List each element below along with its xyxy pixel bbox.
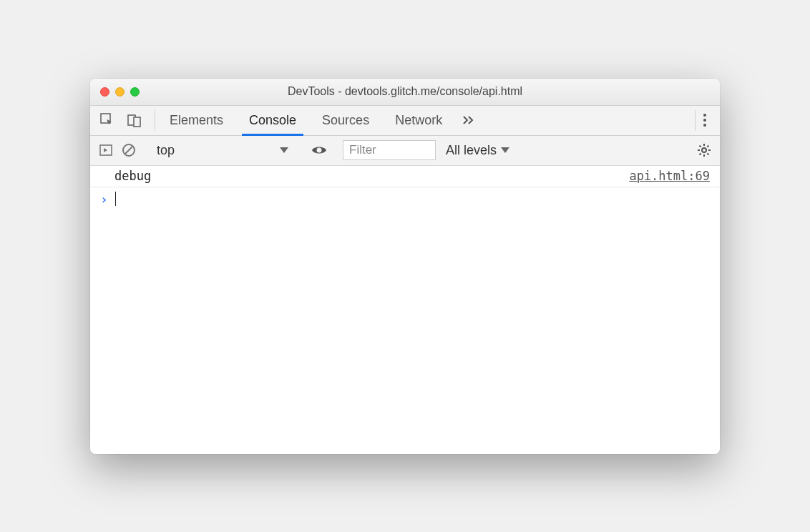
svg-point-10 [702, 148, 706, 152]
svg-rect-2 [134, 117, 140, 127]
svg-point-3 [703, 114, 706, 117]
levels-label: All levels [446, 143, 497, 158]
more-tabs-button[interactable] [455, 106, 482, 135]
chevron-down-icon [501, 147, 509, 153]
console-toolbar: top All levels [90, 136, 720, 166]
svg-line-15 [700, 146, 701, 147]
tab-console[interactable]: Console [236, 106, 309, 135]
svg-line-16 [707, 153, 708, 154]
tab-elements[interactable]: Elements [157, 106, 236, 135]
svg-line-18 [707, 146, 708, 147]
titlebar: DevTools - devtools.glitch.me/console/ap… [90, 79, 720, 106]
window-title: DevTools - devtools.glitch.me/console/ap… [90, 85, 720, 98]
tabs: Elements Console Sources Network [157, 106, 482, 135]
divider [155, 110, 155, 131]
clear-console-icon[interactable] [120, 142, 137, 159]
divider [695, 110, 696, 131]
log-levels-select[interactable]: All levels [441, 143, 514, 158]
prompt-chevron-icon: › [100, 192, 108, 207]
toggle-drawer-icon[interactable] [97, 142, 114, 159]
devtools-tabbar: Elements Console Sources Network [90, 106, 720, 136]
live-expression-icon[interactable] [311, 142, 328, 159]
zoom-window-button[interactable] [130, 87, 140, 97]
tab-sources[interactable]: Sources [309, 106, 382, 135]
execution-context-select[interactable]: top [152, 143, 296, 158]
inspect-element-icon[interactable] [97, 110, 117, 130]
device-toolbar-icon[interactable] [125, 110, 145, 130]
filter-input[interactable] [343, 140, 436, 160]
svg-point-5 [703, 124, 706, 127]
close-window-button[interactable] [100, 87, 109, 97]
svg-point-9 [317, 148, 322, 153]
svg-line-17 [700, 153, 701, 154]
minimize-window-button[interactable] [115, 87, 125, 97]
more-options-button[interactable] [697, 106, 713, 135]
context-label: top [157, 143, 175, 158]
svg-point-4 [703, 119, 706, 122]
devtools-window: DevTools - devtools.glitch.me/console/ap… [90, 79, 720, 454]
text-cursor [115, 192, 117, 206]
log-message: debug [114, 169, 151, 183]
svg-line-8 [125, 147, 132, 154]
console-output: debug api.html:69 › [90, 166, 720, 454]
chevron-down-icon [280, 147, 288, 153]
traffic-lights [100, 87, 140, 97]
log-source-link[interactable]: api.html:69 [629, 169, 710, 183]
tab-network[interactable]: Network [382, 106, 455, 135]
console-settings-icon[interactable] [696, 142, 713, 159]
console-prompt[interactable]: › [90, 187, 720, 211]
log-entry: debug api.html:69 [90, 166, 720, 187]
